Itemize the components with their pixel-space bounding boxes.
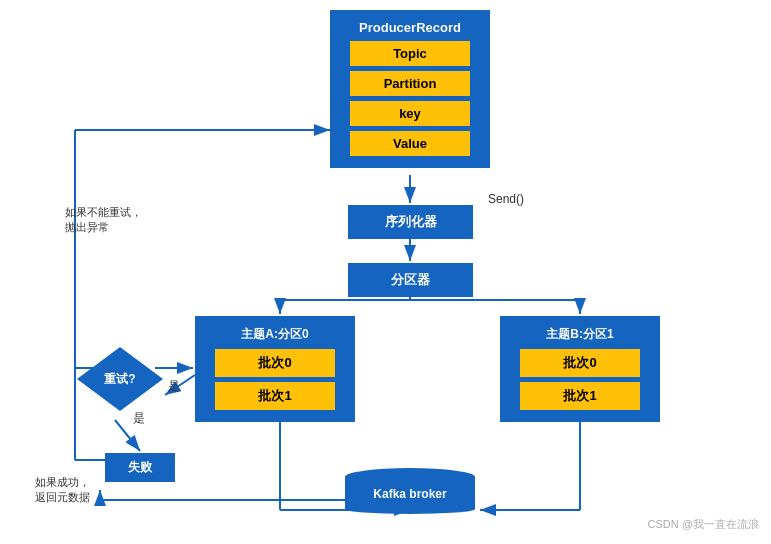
serializer-box: 序列化器 xyxy=(348,205,473,239)
retry-diamond: 重试? xyxy=(75,345,165,413)
diagram-container: ProducerRecord Topic Partition key Value… xyxy=(0,0,771,544)
field-topic: Topic xyxy=(350,41,470,66)
topic-a-batch1: 批次1 xyxy=(215,382,335,410)
retry-yes-below-label: 是 xyxy=(133,410,145,427)
fail-box: 失败 xyxy=(105,453,175,482)
producer-record-title: ProducerRecord xyxy=(359,20,461,35)
field-key: key xyxy=(350,101,470,126)
watermark: CSDN @我一直在流浪 xyxy=(648,517,759,532)
no-retry-label: 如果不能重试， 抛出异常 xyxy=(65,205,142,236)
topic-a-title: 主题A:分区0 xyxy=(241,326,308,343)
partitioner-box: 分区器 xyxy=(348,263,473,297)
no-retry-line1: 如果不能重试， xyxy=(65,206,142,218)
field-partition: Partition xyxy=(350,71,470,96)
no-retry-line2: 抛出异常 xyxy=(65,221,109,233)
topic-b-box: 主题B:分区1 批次0 批次1 xyxy=(500,316,660,422)
kafka-broker-label: Kafka broker xyxy=(373,487,446,501)
producer-record-box: ProducerRecord Topic Partition key Value xyxy=(330,10,490,168)
success-line2: 返回元数据 xyxy=(35,491,90,503)
topic-b-batch0: 批次0 xyxy=(520,349,640,377)
success-label: 如果成功， 返回元数据 xyxy=(35,475,90,506)
topic-a-box: 主题A:分区0 批次0 批次1 xyxy=(195,316,355,422)
svg-text:重试?: 重试? xyxy=(104,372,135,386)
topic-a-batch0: 批次0 xyxy=(215,349,335,377)
topic-b-title: 主题B:分区1 xyxy=(546,326,613,343)
success-line1: 如果成功， xyxy=(35,476,90,488)
retry-yes-right-label: 是 xyxy=(168,378,180,395)
field-value: Value xyxy=(350,131,470,156)
topic-b-batch1: 批次1 xyxy=(520,382,640,410)
cylinder-bottom xyxy=(345,504,475,514)
kafka-broker-cylinder: Kafka broker xyxy=(345,468,475,514)
send-label: Send() xyxy=(488,192,524,206)
cylinder-top xyxy=(345,468,475,486)
